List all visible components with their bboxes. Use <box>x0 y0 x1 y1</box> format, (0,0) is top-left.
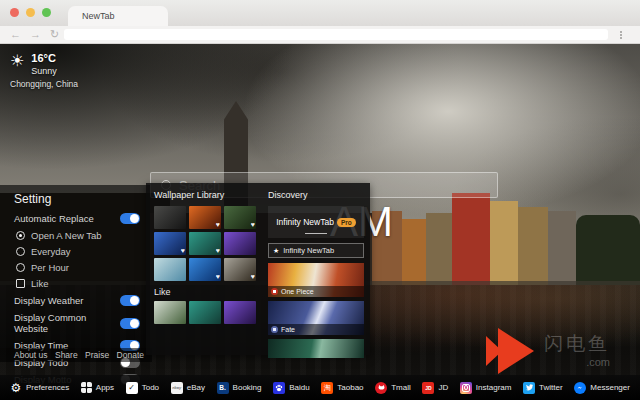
taobao-icon: 淘 <box>321 382 333 394</box>
replace-option-like[interactable]: Like <box>16 278 140 289</box>
dock-item-taobao[interactable]: 淘 Taobao <box>321 382 363 394</box>
trees <box>576 215 640 285</box>
share-link[interactable]: Share <box>55 350 78 360</box>
dock-label: Booking <box>233 383 262 392</box>
discovery-card-one-piece[interactable]: One Piece <box>268 263 364 297</box>
partial-card-image <box>268 339 364 358</box>
dock-label: Todo <box>142 383 159 392</box>
dock-item-baidu[interactable]: Baidu <box>273 382 309 394</box>
donate-link[interactable]: Donate <box>117 350 144 360</box>
dock-item-messenger[interactable]: Messenger <box>574 382 630 394</box>
like-grid <box>154 301 259 324</box>
automatic-replace-toggle[interactable] <box>120 213 140 224</box>
back-icon[interactable]: ← <box>10 26 21 43</box>
dock-item-twitter[interactable]: Twitter <box>523 382 563 394</box>
display-common-website-toggle[interactable] <box>120 318 140 329</box>
browser-menu-icon[interactable] <box>620 30 623 40</box>
display-weather-toggle[interactable] <box>120 295 140 306</box>
building <box>518 207 548 285</box>
building <box>548 211 576 285</box>
option-label: Per Hour <box>31 262 69 273</box>
dock-item-instagram[interactable]: Instagram <box>460 382 512 394</box>
weather-widget: ☀ 16°C Sunny Chongqing, China <box>10 52 130 89</box>
fate-emblem-icon <box>271 326 278 333</box>
radio-icon <box>16 263 25 272</box>
apps-grid-icon <box>81 382 92 393</box>
automatic-replace-row[interactable]: Automatic Replace <box>14 213 140 224</box>
wallpaper-thumbnail-dark-mosaic[interactable] <box>154 206 186 229</box>
dock-label: Messenger <box>590 383 630 392</box>
like-section-label: Like <box>154 287 259 297</box>
instagram-icon <box>460 382 472 394</box>
underline <box>305 233 327 234</box>
wallpaper-thumbnail-ferris-wheel[interactable] <box>224 232 256 255</box>
dock-item-preferences[interactable]: ⚙ Preferences <box>10 382 69 394</box>
discovery-section: Discovery Infinity NewTab Pro ★ Infinity… <box>262 183 370 355</box>
toggle-label: Display Common Website <box>14 312 120 334</box>
about-us-link[interactable]: About us <box>14 350 48 360</box>
discovery-card-partial[interactable] <box>268 339 364 358</box>
wallpaper-thumbnail-fire[interactable]: ♥ <box>189 206 221 229</box>
messenger-icon <box>574 382 586 394</box>
dock-item-ebay[interactable]: ebay eBay <box>171 382 205 394</box>
dock-item-todo[interactable]: ✓ Todo <box>126 382 159 394</box>
weather-temperature: 16°C <box>31 52 57 64</box>
dock-item-jd[interactable]: JD JD <box>422 382 448 394</box>
building <box>490 201 518 285</box>
wallpaper-thumbnail-forest[interactable]: ♥ <box>224 206 256 229</box>
discovery-title: Discovery <box>268 190 364 200</box>
close-window-button[interactable] <box>10 8 19 17</box>
wallpaper-thumbnail-sunset-coast[interactable]: ♥ <box>224 258 256 281</box>
building <box>402 219 426 285</box>
heart-like-icon[interactable]: ♥ <box>216 273 220 281</box>
replace-option-open-a-new-tab[interactable]: Open A New Tab <box>16 230 140 241</box>
dock-label: Instagram <box>476 383 512 392</box>
featured-item-label: Infinity NewTab <box>283 246 334 255</box>
browser-tab[interactable]: NewTab <box>68 6 168 26</box>
infinity-newtab-pro-card[interactable]: Infinity NewTab Pro <box>268 206 364 238</box>
discovery-card-fate[interactable]: Fate <box>268 301 364 335</box>
display-common-website-row[interactable]: Display Common Website <box>14 312 140 334</box>
jd-icon: JD <box>422 382 434 394</box>
wallpaper-thumbnail-teal-collage[interactable]: ♥ <box>189 232 221 255</box>
wallpaper-thumbnail-blue-flower[interactable]: ♥ <box>154 232 186 255</box>
reload-icon[interactable]: ↻ <box>50 26 59 43</box>
wallpaper-thumbnail-beach[interactable] <box>154 258 186 281</box>
dock-label: eBay <box>187 383 205 392</box>
heart-like-icon[interactable]: ♥ <box>181 247 185 255</box>
wallpaper-thumbnail-teal-collage[interactable] <box>189 301 221 324</box>
wallpaper-thumbnail-bright-landscape[interactable] <box>154 301 186 324</box>
wallpaper-thumbnail-ferris-wheel[interactable] <box>224 301 256 324</box>
heart-like-icon[interactable]: ♥ <box>251 221 255 229</box>
praise-link[interactable]: Praise <box>85 350 109 360</box>
watermark: 闪电鱼 .com <box>486 328 610 374</box>
automatic-replace-label: Automatic Replace <box>14 213 94 224</box>
star-icon: ★ <box>273 247 279 255</box>
app-title: Infinity NewTab <box>276 217 334 227</box>
option-label: Like <box>31 278 48 289</box>
forward-icon[interactable]: → <box>30 26 41 43</box>
dock-item-booking[interactable]: B. Booking <box>217 382 262 394</box>
browser-navbar: ← → ↻ <box>0 26 640 44</box>
featured-item[interactable]: ★ Infinity NewTab <box>268 243 364 258</box>
heart-like-icon[interactable]: ♥ <box>251 273 255 281</box>
dock-label: JD <box>438 383 448 392</box>
heart-like-icon[interactable]: ♥ <box>216 221 220 229</box>
dock-item-tmall[interactable]: Tmall <box>375 382 411 394</box>
heart-like-icon[interactable]: ♥ <box>216 247 220 255</box>
zoom-window-button[interactable] <box>42 8 51 17</box>
radio-selected-icon <box>16 231 25 240</box>
baidu-paw-icon <box>273 382 285 394</box>
option-label: Everyday <box>31 246 71 257</box>
wallpaper-thumbnail-ocean[interactable]: ♥ <box>189 258 221 281</box>
wallpaper-library-title: Wallpaper Library <box>154 190 259 200</box>
todo-checkbox-icon: ✓ <box>126 382 138 394</box>
dock-item-apps[interactable]: Apps <box>81 382 114 393</box>
card-label: Fate <box>281 326 295 333</box>
replace-option-everyday[interactable]: Everyday <box>16 246 140 257</box>
minimize-window-button[interactable] <box>26 8 35 17</box>
replace-option-per-hour[interactable]: Per Hour <box>16 262 140 273</box>
display-weather-row[interactable]: Display Weather <box>14 295 140 306</box>
url-bar[interactable] <box>64 29 608 40</box>
dock-label: Apps <box>96 383 114 392</box>
